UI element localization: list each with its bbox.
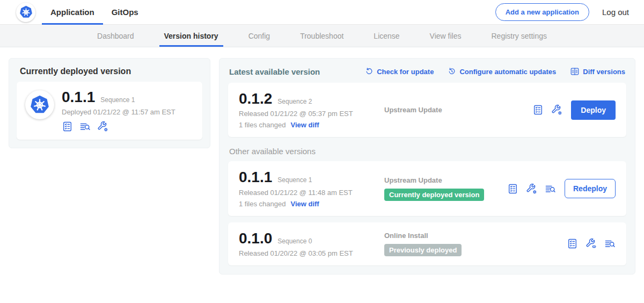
subnav-registry-settings[interactable]: Registry settings [487, 25, 552, 47]
view-logs-icon[interactable] [545, 183, 556, 194]
released-timestamp: Released 01/21/22 @ 05:37 pm EST [239, 110, 374, 118]
check-for-update-label: Check for update [377, 68, 434, 76]
source-label: Upstream Update [384, 106, 532, 114]
currently-deployed-badge: Currently deployed version [384, 189, 484, 201]
view-config-icon[interactable] [586, 238, 597, 249]
preflight-checks-icon[interactable] [62, 121, 73, 132]
source-label: Online Install [384, 232, 567, 240]
version-source: Upstream Update [374, 106, 532, 114]
version-source: Upstream Update Currently deployed versi… [374, 176, 507, 201]
edit-config-icon[interactable] [526, 183, 537, 194]
latest-available-title: Latest available version [229, 67, 320, 76]
app-tabs: Application GitOps [42, 0, 147, 24]
version-info: 0.1.2 Sequence 2 Released 01/21/22 @ 05:… [239, 91, 374, 129]
kubernetes-logo-icon [16, 3, 35, 22]
currently-deployed-panel: Currently deployed version 0.1.1 Sequenc… [9, 58, 210, 148]
deployed-card-body: 0.1.1 Sequence 1 Deployed 01/21/22 @ 11:… [62, 89, 175, 132]
diff-versions-icon [570, 67, 580, 76]
version-card-0-1-1: 0.1.1 Sequence 1 Released 01/21/22 @ 11:… [228, 161, 626, 215]
released-timestamp: Released 01/21/22 @ 11:48 am EST [239, 189, 374, 197]
sequence-label: Sequence 0 [277, 237, 312, 245]
deploy-button[interactable]: Deploy [571, 100, 616, 120]
main-content: Currently deployed version 0.1.1 Sequenc… [0, 47, 644, 275]
version-card-actions [567, 238, 616, 249]
tab-gitops[interactable]: GitOps [103, 0, 147, 24]
version-card-0-1-0: 0.1.0 Sequence 0 Released 01/20/22 @ 03:… [228, 222, 626, 265]
subnav-config[interactable]: Config [244, 25, 275, 47]
version-actions: Check for update Configure automatic upd… [365, 67, 625, 76]
redeploy-button[interactable]: Redeploy [565, 179, 616, 198]
version-card-0-1-2: 0.1.2 Sequence 2 Released 01/21/22 @ 05:… [228, 83, 626, 137]
diff-versions-label: Diff versions [583, 68, 625, 76]
version-card-actions: Redeploy [507, 179, 616, 198]
deployed-sequence-label: Sequence 1 [100, 96, 135, 104]
files-changed-label: 1 files changed [239, 121, 286, 129]
edit-config-icon[interactable] [97, 121, 108, 132]
view-logs-icon[interactable] [79, 121, 91, 132]
version-card-actions: Deploy [532, 100, 616, 120]
edit-config-icon[interactable] [551, 104, 562, 116]
previously-deployed-badge: Previously deployed [384, 244, 462, 256]
deployed-version-number: 0.1.1 [62, 89, 95, 105]
currently-deployed-card: 0.1.1 Sequence 1 Deployed 01/21/22 @ 11:… [17, 82, 202, 140]
configure-automatic-updates-label: Configure automatic updates [459, 68, 556, 76]
currently-deployed-title: Currently deployed version [20, 67, 199, 76]
top-header: Application GitOps Add a new application… [0, 0, 644, 25]
version-number: 0.1.0 [239, 230, 272, 246]
subnav-troubleshoot[interactable]: Troubleshoot [295, 25, 348, 47]
sequence-label: Sequence 2 [277, 98, 312, 105]
subnav-dashboard[interactable]: Dashboard [92, 25, 139, 47]
preflight-checks-icon[interactable] [507, 183, 518, 194]
version-number: 0.1.1 [239, 169, 272, 185]
version-number: 0.1.2 [239, 91, 272, 106]
check-for-update-link[interactable]: Check for update [365, 67, 434, 76]
files-changed-label: 1 files changed [239, 200, 286, 208]
view-diff-link[interactable]: View diff [290, 121, 319, 129]
subnav-version-history[interactable]: Version history [159, 25, 223, 47]
versions-panel-header: Latest available version Check for updat… [229, 67, 625, 76]
logout-button[interactable]: Log out [602, 8, 629, 17]
diff-versions-link[interactable]: Diff versions [570, 67, 625, 76]
add-new-application-button[interactable]: Add a new application [495, 3, 589, 21]
preflight-checks-icon[interactable] [532, 104, 544, 116]
auto-update-icon [448, 67, 456, 76]
preflight-checks-icon[interactable] [567, 238, 578, 249]
source-label: Upstream Update [384, 176, 507, 184]
other-available-versions-title: Other available versions [229, 147, 625, 156]
subnav-license[interactable]: License [369, 25, 404, 47]
configure-automatic-updates-link[interactable]: Configure automatic updates [448, 67, 556, 76]
subnav-view-files[interactable]: View files [425, 25, 466, 47]
view-diff-link[interactable]: View diff [290, 200, 319, 208]
versions-panel: Latest available version Check for updat… [219, 58, 635, 275]
deployed-actions [62, 121, 175, 132]
version-info: 0.1.0 Sequence 0 Released 01/20/22 @ 03:… [239, 230, 374, 257]
released-timestamp: Released 01/20/22 @ 03:05 pm EST [239, 249, 374, 257]
app-subnav: Dashboard Version history Config Trouble… [0, 25, 644, 47]
version-info: 0.1.1 Sequence 1 Released 01/21/22 @ 11:… [239, 169, 374, 207]
deployed-timestamp: Deployed 01/21/22 @ 11:57 am EST [62, 108, 175, 116]
view-logs-icon[interactable] [604, 238, 616, 249]
refresh-icon [365, 67, 374, 76]
sequence-label: Sequence 1 [277, 176, 312, 184]
header-right: Add a new application Log out [495, 0, 644, 24]
app-kubernetes-logo-icon [25, 90, 54, 119]
version-source: Online Install Previously deployed [374, 232, 567, 256]
tab-application[interactable]: Application [42, 0, 103, 24]
